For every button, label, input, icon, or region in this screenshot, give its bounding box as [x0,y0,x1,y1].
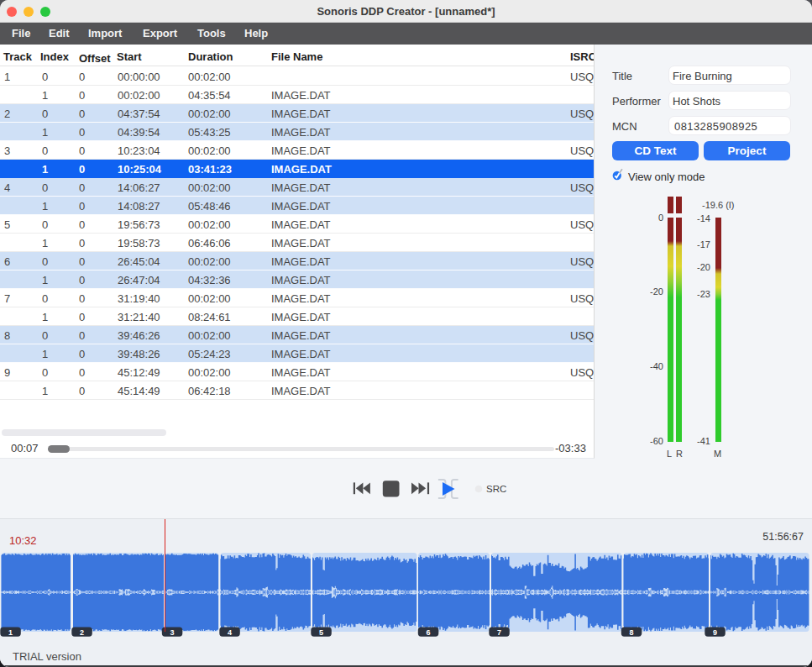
svg-text:5: 5 [319,628,323,637]
svg-text:9: 9 [713,628,717,637]
svg-text:7: 7 [497,628,501,637]
svg-text:4: 4 [228,628,232,637]
svg-text:3: 3 [170,628,174,637]
svg-text:1: 1 [8,628,13,637]
svg-text:2: 2 [80,628,84,637]
svg-text:8: 8 [629,628,633,637]
svg-text:6: 6 [426,628,430,637]
